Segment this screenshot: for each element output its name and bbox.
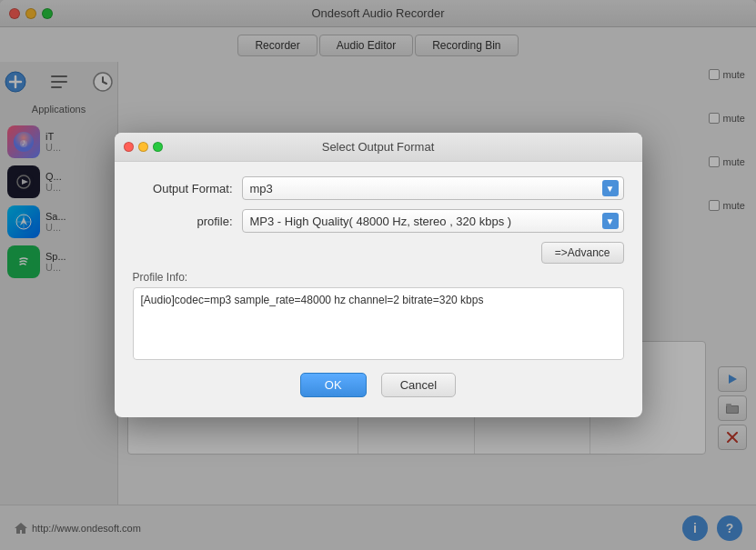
profile-info-box: [Audio]codec=mp3 sample_rate=48000 hz ch…	[133, 287, 624, 360]
modal-overlay: Select Output Format Output Format: mp3 …	[0, 0, 756, 550]
profile-select[interactable]: MP3 - High Quality( 48000 Hz, stereo , 3…	[242, 209, 624, 233]
output-format-select[interactable]: mp3	[242, 176, 624, 200]
ok-button[interactable]: OK	[300, 373, 367, 397]
select-output-format-dialog: Select Output Format Output Format: mp3 …	[115, 133, 642, 417]
modal-minimize-button[interactable]	[138, 142, 148, 152]
profile-row: profile: MP3 - High Quality( 48000 Hz, s…	[133, 209, 624, 233]
modal-close-button[interactable]	[124, 142, 134, 152]
output-format-control: mp3 ▼	[242, 176, 624, 200]
advance-row: =>Advance	[133, 242, 624, 264]
cancel-button[interactable]: Cancel	[381, 373, 456, 397]
modal-buttons: OK Cancel	[133, 373, 624, 403]
profile-control: MP3 - High Quality( 48000 Hz, stereo , 3…	[242, 209, 624, 233]
modal-maximize-button[interactable]	[153, 142, 163, 152]
output-format-row: Output Format: mp3 ▼	[133, 176, 624, 200]
modal-title: Select Output Format	[115, 140, 642, 154]
profile-info-text: [Audio]codec=mp3 sample_rate=48000 hz ch…	[141, 294, 484, 306]
modal-body: Output Format: mp3 ▼ profile: MP3 - High…	[115, 162, 642, 417]
profile-label: profile:	[133, 215, 233, 228]
output-format-label: Output Format:	[133, 182, 233, 195]
modal-title-bar: Select Output Format	[115, 133, 642, 162]
advance-button[interactable]: =>Advance	[541, 242, 624, 264]
profile-info-label: Profile Info:	[133, 271, 624, 284]
modal-window-buttons	[124, 142, 163, 152]
main-window: Ondesoft Audio Recorder Recorder Audio E…	[0, 0, 756, 550]
